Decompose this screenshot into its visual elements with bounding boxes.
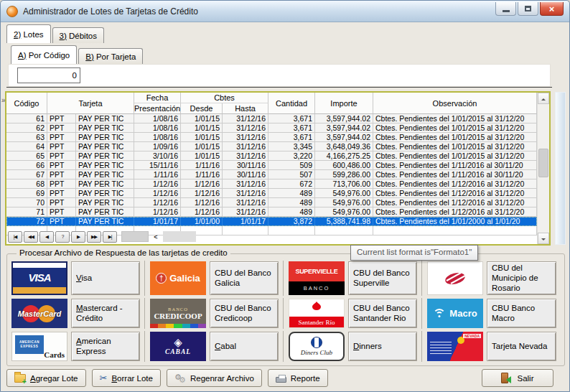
cell-tarjeta: PAY PER TIC [76,133,134,142]
reporte-button[interactable]: Reporte [268,369,328,387]
scrollbar-thumb[interactable] [538,149,548,177]
cell-importe: 713,706.00 [315,179,373,189]
vertical-scrollbar[interactable] [537,93,549,244]
visa-button[interactable]: Visa [71,261,140,295]
diners-circle-icon [311,337,322,348]
code-filter-input[interactable] [17,67,80,83]
col-header-hasta[interactable]: Hasta [223,103,268,114]
nav-last-button[interactable]: ▶| [103,231,117,243]
format-tooltip: Current list format is"Formato1" [350,245,478,261]
tab-lotes[interactable]: 2) Lotes [6,24,51,43]
maximize-button[interactable] [518,2,538,16]
cell-fecha: 1/12/16 [134,207,181,217]
cell-codigo: 69 [6,189,47,198]
nav-first-button[interactable]: |◀ [8,231,22,243]
nav-next-page-button[interactable]: ▶▶ [87,231,101,243]
grid-row[interactable]: 69PPTPAY PER TIC1/12/161/12/1631/12/1648… [6,189,537,198]
cell-tarjeta: PAY PER TIC [76,170,134,179]
grid-row[interactable]: 66PPTPAY PER TIC15/11/161/11/1630/11/165… [6,161,537,170]
cell-desde: 1/01/15 [181,142,223,151]
agregar-lote-button[interactable]: + Agregar Lote [6,369,86,387]
cbu-santander-rio-button[interactable]: CBU del Banco Santander Rio [348,299,417,328]
borrar-lote-button[interactable]: ✂ Borrar Lote [92,369,161,387]
galicia-cross-icon: † [156,273,167,284]
tab-por-tarjeta[interactable]: B) Por Tarjeta [78,48,143,64]
visa-logo: VISA [11,261,67,295]
process-groupbox: Procesar Archivo de Respuesta de las tar… [6,253,565,366]
hscroll-left-icon[interactable]: < [150,231,162,242]
cell-tipo: PPT [47,161,76,170]
cbu-credicoop-button[interactable]: CBU del Banco Credicoop [210,299,279,328]
nav-prior-page-button[interactable]: ◀◀ [24,231,38,243]
cbu-supervielle-button[interactable]: CBU del Banco Superville [348,261,417,295]
cell-hasta: 30/11/16 [223,161,268,170]
nav-next-button[interactable]: ▶ [71,231,85,243]
cell-desde: 1/12/16 [181,179,223,189]
grid-row[interactable]: 61PPTPAY PER TIC1/08/161/01/1531/12/163,… [6,114,537,123]
cell-cantidad: 507 [268,170,315,179]
tab-por-codigo[interactable]: A) Por Código [11,45,77,64]
cell-importe: 4,166,275.25 [315,151,373,161]
cell-fecha: 1/09/16 [134,142,181,151]
cell-obs: Cbtes. Pendientes del 1/01/2015 al 31/12… [373,123,537,133]
grid-row[interactable]: 65PPTPAY PER TIC3/10/161/01/1531/12/163,… [6,151,537,161]
col-header-presentacion[interactable]: Presentación [134,103,181,114]
cell-desde: 1/11/16 [181,170,223,179]
col-header-observacion[interactable]: Observación [373,93,537,114]
col-header-cantidad[interactable]: Cantidad [268,93,315,114]
col-header-desde[interactable]: Desde [181,103,223,114]
app-icon [6,6,18,17]
cell-tarjeta: PAY PER TIC [76,207,134,217]
tarjeta-nevada-button[interactable]: Tarjeta Nevada [487,332,556,361]
grid-row[interactable]: 67PPTPAY PER TIC1/11/161/11/1630/11/1650… [6,170,537,179]
salir-button[interactable]: Salir [482,369,553,387]
scroll-down-icon[interactable] [538,233,549,244]
col-header-cbtes[interactable]: Cbtes [181,93,268,103]
cell-codigo: 70 [6,198,47,207]
hscroll-thumb[interactable] [121,231,149,242]
close-button[interactable]: × [540,2,564,16]
cell-hasta: 31/12/16 [223,198,268,207]
cbu-macro-button[interactable]: CBU Banco Macro [487,299,556,328]
american-express-button[interactable]: American Express [71,332,140,361]
cell-tipo: PPT [47,142,76,151]
cell-tipo: PPT [47,189,76,198]
cbu-municipio-rosario-button[interactable]: CBU del Municipio de Rosario [487,261,556,295]
scroll-up-icon[interactable] [538,93,549,104]
grid-row[interactable]: 71PPTPAY PER TIC1/12/161/12/1631/12/1648… [6,207,537,217]
cell-cantidad: 489 [268,207,315,217]
diners-button[interactable]: Dinners [348,332,417,361]
exit-door-icon [501,373,508,383]
nav-prior-button[interactable]: ◀ [39,231,54,243]
grid-row[interactable]: 62PPTPAY PER TIC1/08/161/01/1531/12/163,… [6,123,537,133]
mastercard-button[interactable]: Mastercard - Crédito [71,299,140,328]
hscroll-track[interactable] [163,231,196,242]
cell-importe: 599,286.00 [315,170,373,179]
macro-wifi-icon [433,309,446,318]
tab-debitos[interactable]: 3) Débitos [52,27,104,43]
grid-row[interactable]: 68PPTPAY PER TIC1/12/161/12/1631/12/1667… [6,179,537,189]
right-splitter[interactable] [555,92,566,245]
cbu-galicia-button[interactable]: CBU del Banco Galicia [210,261,279,295]
minimize-button[interactable] [495,2,516,16]
panel-divider [6,87,552,88]
col-header-codigo[interactable]: Código [6,93,47,114]
cell-fecha: 1/08/16 [134,133,181,142]
regenerar-archivo-button[interactable]: ⚙⚙ Regenrar Archivo [167,369,262,387]
cell-desde: 1/12/16 [181,198,223,207]
scissors-icon: ✂ [100,373,108,383]
cell-fecha: 1/08/16 [134,123,181,133]
lotes-grid: Código Tarjeta Fecha Cbtes Cantidad Impo… [5,91,551,246]
col-header-importe[interactable]: Importe [315,93,373,114]
cabal-button[interactable]: Cabal [210,332,279,361]
record-navigator: |◀ ◀◀ ◀ ? ▶ ▶▶ ▶| < [8,230,196,243]
nav-search-button[interactable]: ? [55,231,70,243]
grid-row-selected[interactable]: 72PPTPAY PER TIC1/01/171/01/001/01/173,8… [6,217,537,226]
grid-row[interactable]: 63PPTPAY PER TIC1/08/161/01/1531/12/163,… [6,133,537,142]
cell-obs: Cbtes. Pendientes del 1/12/2016 al 31/12… [373,198,537,207]
grid-row[interactable]: 70PPTPAY PER TIC1/12/161/12/1631/12/1648… [6,198,537,207]
col-header-tarjeta[interactable]: Tarjeta [47,93,134,114]
cell-desde: 1/01/15 [181,114,223,123]
grid-row[interactable]: 64PPTPAY PER TIC1/09/161/01/1531/12/163,… [6,142,537,151]
col-header-fecha[interactable]: Fecha [134,93,181,103]
